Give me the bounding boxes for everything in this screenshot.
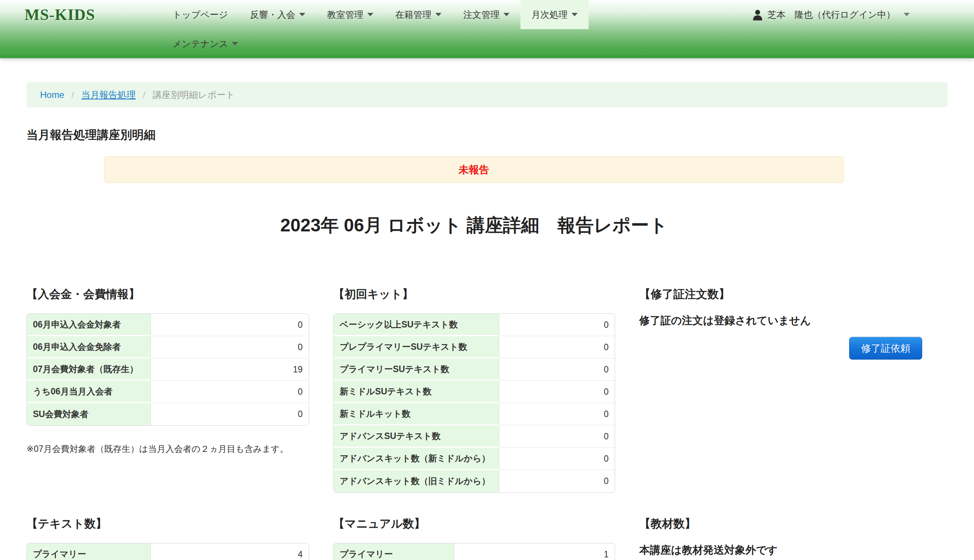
section-materials: 【教材数】 本講座は教材発送対象外です — [639, 516, 922, 557]
row-label-cell: うち06月当月入会者 — [27, 381, 151, 403]
nav-item-response-enrollment[interactable]: 反響・入会 — [239, 0, 316, 29]
page-title: 当月報告処理講座別明細 — [27, 127, 949, 143]
section-initial-kit: 【初回キット】 ベーシック以上SUテキスト数 0 プレプライマリーSUテキスト数… — [333, 287, 615, 493]
nav-item-maintenance[interactable]: メンテナンス — [162, 29, 249, 58]
table-row: 新ミドルキット数 0 — [334, 403, 615, 425]
row-label-cell: プレプライマリーSUテキスト数 — [334, 336, 499, 358]
app-logo[interactable]: MS-KIDS — [25, 0, 162, 29]
section-title: 【テキスト数】 — [27, 516, 309, 532]
row-label-cell: SU会費対象者 — [27, 403, 151, 425]
breadcrumb-parent-link[interactable]: 当月報告処理 — [81, 89, 136, 101]
table-row: アドバンスキット数（新ミドルから） 0 — [334, 448, 615, 470]
row-value-cell: 0 — [151, 381, 309, 403]
admission-note: ※07月会費対象者（既存生）は当月入会者の２ヵ月目も含みます。 — [27, 443, 309, 455]
row-value-cell: 0 — [151, 314, 309, 336]
section-title: 【入会金・会費情報】 — [27, 287, 309, 302]
nav-item-label: 注文管理 — [464, 9, 500, 21]
materials-message: 本講座は教材発送対象外です — [639, 543, 922, 557]
row-value-cell: 0 — [151, 403, 309, 425]
row-label-cell: 新ミドルキット数 — [334, 403, 499, 425]
row-value-cell: 1 — [454, 543, 615, 560]
nav-item-label: 在籍管理 — [395, 9, 432, 21]
table-row: アドバンスキット数（旧ミドルから） 0 — [334, 470, 615, 492]
report-header-area: 未報告 2023年 06月 ロボット 講座詳細 報告レポート — [104, 156, 844, 237]
row-label-cell: アドバンスキット数（新ミドルから） — [334, 448, 499, 470]
row-value-cell: 0 — [499, 381, 615, 403]
certificate-request-button[interactable]: 修了証依頼 — [849, 337, 922, 360]
user-person-icon — [752, 9, 763, 20]
nav-item-top-page[interactable]: トップページ — [162, 0, 239, 29]
manual-count-table: プライマリー 1 ベーシック 2 — [333, 543, 615, 560]
report-title: 2023年 06月 ロボット 講座詳細 報告レポート — [104, 213, 844, 237]
text-count-table: プライマリー 4 ベーシック 11 — [27, 543, 309, 560]
table-row: ベーシック以上SUテキスト数 0 — [334, 314, 615, 336]
row-value-cell: 19 — [151, 358, 309, 381]
table-row: 新ミドルSUテキスト数 0 — [334, 381, 615, 403]
status-banner-text: 未報告 — [459, 163, 489, 177]
row-label-cell: アドバンスSUテキスト数 — [334, 425, 499, 448]
row-label-cell: ベーシック以上SUテキスト数 — [334, 314, 499, 336]
certificate-message: 修了証の注文は登録されていません — [639, 313, 922, 328]
user-name: 芝本 隆也（代行ログイン中） — [767, 9, 895, 21]
table-row: うち06月当月入会者 0 — [27, 381, 309, 403]
section-title: 【初回キット】 — [333, 287, 615, 302]
table-row: プライマリー 4 — [27, 543, 309, 560]
row-value-cell: 0 — [499, 470, 615, 492]
breadcrumb-home-link[interactable]: Home — [40, 90, 64, 100]
chevron-down-icon — [504, 13, 510, 16]
chevron-down-icon — [232, 42, 238, 45]
table-row: プレプライマリーSUテキスト数 0 — [334, 336, 615, 358]
nav-item-label: 教室管理 — [327, 9, 364, 21]
row-label-cell: 06月申込入会金免除者 — [27, 336, 151, 358]
initial-kit-table: ベーシック以上SUテキスト数 0 プレプライマリーSUテキスト数 0 プライマリ… — [333, 313, 615, 493]
section-admission-fees: 【入会金・会費情報】 06月申込入会金対象者 0 06月申込入会金免除者 0 0… — [27, 287, 309, 455]
row-value-cell: 0 — [151, 336, 309, 358]
nav-item-label: メンテナンス — [172, 38, 228, 50]
nav-item-label: 月次処理 — [532, 9, 568, 21]
table-row: アドバンスSUテキスト数 0 — [334, 425, 615, 448]
table-row: SU会費対象者 0 — [27, 403, 309, 425]
chevron-down-icon — [299, 13, 305, 16]
sections-row-1: 【入会金・会費情報】 06月申込入会金対象者 0 06月申込入会金免除者 0 0… — [27, 287, 949, 493]
breadcrumb-separator: / — [72, 90, 74, 100]
row-label-cell: プライマリー — [27, 543, 151, 560]
section-title: 【修了証注文数】 — [639, 287, 922, 302]
row-label-cell: 07月会費対象者（既存生） — [27, 358, 151, 381]
row-value-cell: 0 — [499, 425, 615, 448]
section-certificate-orders: 【修了証注文数】 修了証の注文は登録されていません 修了証依頼 — [639, 287, 922, 360]
status-banner: 未報告 — [104, 156, 844, 183]
table-row: 06月申込入会金対象者 0 — [27, 314, 309, 336]
row-value-cell: 0 — [499, 403, 615, 425]
nav-item-classroom-management[interactable]: 教室管理 — [316, 0, 384, 29]
row-value-cell: 0 — [499, 314, 615, 336]
chevron-down-icon — [904, 13, 910, 16]
section-manual-count: 【マニュアル数】 プライマリー 1 ベーシック 2 — [333, 516, 615, 560]
nav-item-label: 反響・入会 — [250, 9, 295, 21]
breadcrumb: Home / 当月報告処理 / 講座別明細レポート — [27, 82, 947, 107]
table-row: 06月申込入会金免除者 0 — [27, 336, 309, 358]
admission-fees-table: 06月申込入会金対象者 0 06月申込入会金免除者 0 07月会費対象者（既存生… — [27, 313, 309, 426]
nav-item-order-management[interactable]: 注文管理 — [452, 0, 520, 29]
section-text-count: 【テキスト数】 プライマリー 4 ベーシック 11 — [27, 516, 309, 560]
certificate-button-row: 修了証依頼 — [639, 337, 922, 360]
nav-item-monthly-processing[interactable]: 月次処理 — [520, 0, 589, 29]
section-title: 【教材数】 — [639, 516, 922, 532]
row-value-cell: 4 — [151, 543, 309, 560]
breadcrumb-current: 講座別明細レポート — [152, 89, 235, 101]
nav-item-enrollment-management[interactable]: 在籍管理 — [384, 0, 452, 29]
row-label-cell: 新ミドルSUテキスト数 — [334, 381, 499, 403]
top-navbar: MS-KIDS トップページ 反響・入会 教室管理 在籍管理 注文管理 月次処理… — [0, 0, 974, 58]
nav-item-label: トップページ — [172, 9, 228, 21]
row-value-cell: 0 — [499, 336, 615, 358]
main-content: Home / 当月報告処理 / 講座別明細レポート 当月報告処理講座別明細 未報… — [0, 82, 974, 560]
nav-menu: トップページ 反響・入会 教室管理 在籍管理 注文管理 月次処理 メンテナンス — [162, 0, 593, 58]
row-value-cell: 0 — [499, 448, 615, 470]
row-label-cell: プライマリーSUテキスト数 — [334, 358, 499, 381]
table-row: 07月会費対象者（既存生） 19 — [27, 358, 309, 381]
chevron-down-icon — [572, 13, 578, 16]
chevron-down-icon — [435, 13, 442, 16]
row-label-cell: アドバンスキット数（旧ミドルから） — [334, 470, 499, 492]
sections-row-2: 【テキスト数】 プライマリー 4 ベーシック 11 【マニュアル数】 — [27, 516, 949, 560]
breadcrumb-separator: / — [143, 90, 146, 100]
user-menu[interactable]: 芝本 隆也（代行ログイン中） — [752, 0, 910, 29]
